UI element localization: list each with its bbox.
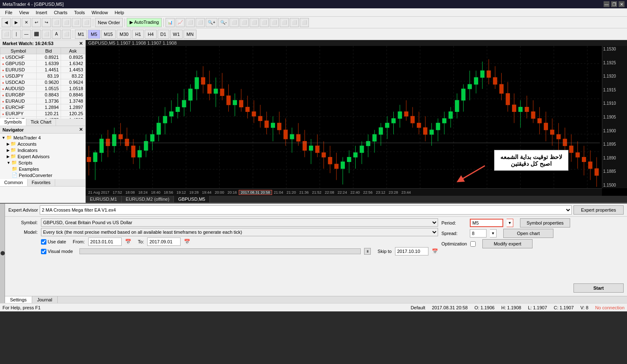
pause-button[interactable]: ⏸ [364, 248, 371, 255]
tb1-btn5[interactable]: ↪ [42, 18, 51, 27]
new-order-button[interactable]: New Order [95, 18, 123, 27]
tf-mn[interactable]: MN [184, 30, 196, 39]
st-opt-checkbox[interactable] [470, 241, 476, 247]
tb1-btn6[interactable]: ⬜ [52, 18, 61, 27]
tb1-btn7[interactable]: ⬜ [62, 18, 71, 27]
menu-charts[interactable]: Charts [51, 9, 71, 16]
tab-tick-chart[interactable]: Tick Chart [26, 119, 56, 126]
st-usedate-checkbox[interactable] [41, 239, 46, 245]
tb2-text[interactable]: A [52, 30, 61, 39]
tf-w1[interactable]: W1 [170, 30, 183, 39]
chart-tab-eurusd-m2[interactable]: EURUSD,M2 (offline) [122, 196, 174, 202]
st-period-input[interactable] [470, 219, 503, 227]
tb1-chart-btn2[interactable]: 📈 [176, 18, 185, 27]
menu-window[interactable]: Window [88, 9, 111, 16]
market-watch-row[interactable]: ● AUDUSD 1.0515 1.0518 [0, 86, 85, 92]
nav-tree-item[interactable]: ▼📁Scripts [1, 159, 84, 166]
tab-symbols[interactable]: Symbols [0, 119, 26, 126]
menu-view[interactable]: View [16, 9, 33, 16]
tb1-btn9[interactable]: ⬜ [82, 18, 91, 27]
expert-properties-button[interactable]: Expert properties [573, 205, 624, 215]
market-watch-row[interactable]: ● EURUSD 1.4451 1.4453 [0, 67, 85, 73]
tb1-new-btn[interactable]: ◀ [2, 18, 11, 27]
tb1-chart-btn6[interactable]: ⬜ [240, 18, 249, 27]
nav-tree-item[interactable]: ▶📁Indicators [1, 147, 84, 153]
nav-tree-item[interactable]: 📁Examples [1, 166, 84, 172]
market-watch-row[interactable]: ● USDCAD 0.9620 0.9624 [0, 79, 85, 86]
tb1-zoom-out[interactable]: 🔍- [218, 18, 229, 27]
chart-tab-gbpusd-m5[interactable]: GBPUSD,M5 [174, 196, 210, 202]
maximize-button[interactable]: ❐ [611, 1, 617, 7]
tb1-chart-btn1[interactable]: 📊 [166, 18, 175, 27]
menu-insert[interactable]: Insert [32, 9, 51, 16]
menu-tools[interactable]: Tools [71, 9, 88, 16]
nav-tab-common[interactable]: Common [0, 179, 28, 186]
tb1-chart-btn4[interactable]: ⬜ [196, 18, 205, 27]
modify-expert-button[interactable]: Modify expert [482, 239, 533, 248]
market-watch-row[interactable]: ● EURGBP 0.8843 0.8846 [0, 92, 85, 98]
minimize-button[interactable]: — [604, 1, 609, 7]
skipto-cal-icon[interactable]: 📅 [432, 248, 438, 254]
chart-canvas[interactable]: 1.1530 1.1925 1.1920 1.1915 1.1910 1.190… [86, 46, 627, 196]
tb1-chart-btn9[interactable]: ⬜ [270, 18, 279, 27]
tf-m30[interactable]: M30 [117, 30, 131, 39]
tf-m15[interactable]: M15 [101, 30, 116, 39]
st-skipto-input[interactable] [395, 247, 428, 255]
nav-tree-item[interactable]: ▶📁Accounts [1, 141, 84, 147]
tb1-zoom-in[interactable]: 🔍+ [206, 18, 217, 27]
market-watch-row[interactable]: ● EURJPY 120.21 120.25 [0, 111, 85, 117]
tb2-btn1[interactable]: ⬜ [2, 30, 11, 39]
open-chart-button[interactable]: Open chart [503, 229, 553, 238]
tb1-btn4[interactable]: ↩ [32, 18, 41, 27]
tb1-chart-btn10[interactable]: ⬜ [280, 18, 289, 27]
market-watch-row[interactable]: ● USDJPY 83.19 83.22 [0, 73, 85, 79]
tb1-chart-btn12[interactable]: ⬜ [300, 18, 309, 27]
autotrading-button[interactable]: ▶ AutoTrading [127, 18, 162, 27]
tb1-chart-btn5[interactable]: ⬜ [229, 18, 239, 27]
st-spread-dropdown[interactable]: ▼ [490, 229, 497, 238]
st-model-select[interactable]: Every tick (the most precise method base… [41, 228, 438, 236]
menu-file[interactable]: File [2, 9, 16, 16]
tb2-btn5[interactable]: ⬜ [42, 30, 51, 39]
tb2-btn7[interactable]: ⬜ [62, 30, 71, 39]
market-watch-row[interactable]: ● USDCHF 0.8921 0.8925 [0, 54, 85, 61]
ea-select[interactable]: 2 MA Crosses Mega filter EA V1.ex4 [40, 205, 572, 215]
symbol-properties-button[interactable]: Symbol properties [520, 218, 570, 228]
nav-tree-item[interactable]: 📄PeriodConverter [1, 172, 84, 178]
st-period-dropdown[interactable]: ▼ [507, 219, 513, 227]
to-cal-icon[interactable]: 📅 [184, 239, 190, 245]
tb1-chart-btn3[interactable]: ⬜ [186, 18, 195, 27]
market-watch-row[interactable]: ● GBPUSD 1.6339 1.6342 [0, 61, 85, 67]
nav-tree-item[interactable]: ▶📁Expert Advisors [1, 153, 84, 159]
st-tab-settings[interactable]: Settings [5, 296, 32, 303]
st-spread-input[interactable] [470, 229, 487, 238]
tf-m1[interactable]: M1 [75, 30, 87, 39]
st-to-input[interactable] [147, 238, 181, 246]
tb1-chart-btn11[interactable]: ⬜ [290, 18, 299, 27]
from-cal-icon[interactable]: 📅 [125, 239, 131, 245]
tf-h1[interactable]: H1 [132, 30, 144, 39]
tf-h4[interactable]: H4 [145, 30, 156, 39]
start-button[interactable]: Start [573, 283, 624, 293]
tb1-btn2[interactable]: ▶ [12, 18, 21, 27]
market-watch-table-container[interactable]: Symbol Bid Ask ● USDCHF 0.8921 0.8925 ● … [0, 48, 85, 119]
st-tab-journal[interactable]: Journal [32, 296, 58, 303]
close-button[interactable]: ✕ [619, 1, 624, 7]
tf-m5[interactable]: M5 [88, 30, 100, 39]
tb2-btn2[interactable]: | [12, 30, 21, 39]
tb1-btn8[interactable]: ⬜ [72, 18, 81, 27]
chart-tab-eurusd-m1[interactable]: EURUSD,M1 [86, 196, 122, 202]
st-from-input[interactable] [88, 238, 122, 246]
nav-tree-item[interactable]: ▼📁MetaTrader 4 [1, 134, 84, 141]
menu-help[interactable]: Help [111, 9, 127, 16]
market-watch-row[interactable]: ● EURAUD 1.3736 1.3748 [0, 98, 85, 104]
tb2-line[interactable]: — [22, 30, 31, 39]
tb1-chart-btn8[interactable]: ⬜ [260, 18, 269, 27]
st-symbol-select[interactable]: GBPUSD, Great Britain Pound vs US Dollar [41, 218, 438, 227]
nav-tab-favorites[interactable]: Favorites [28, 179, 55, 186]
market-watch-row[interactable]: ● EURCHF 1.2894 1.2897 [0, 104, 85, 111]
st-visual-checkbox[interactable] [41, 249, 46, 254]
tb1-btn3[interactable]: ✕ [22, 18, 31, 27]
tb1-chart-btn7[interactable]: ⬜ [250, 18, 259, 27]
tf-d1[interactable]: D1 [158, 30, 169, 39]
